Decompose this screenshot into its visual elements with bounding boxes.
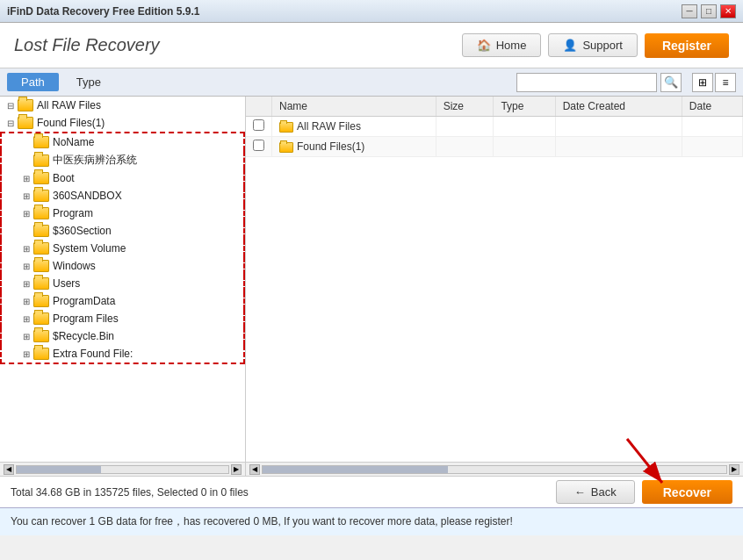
left-scroll-track[interactable] <box>16 465 229 474</box>
tree-expander[interactable]: ⊞ <box>19 171 33 185</box>
support-label: Support <box>582 39 623 52</box>
table-row[interactable]: Found Files(1) <box>246 137 743 157</box>
tree-item-label: NoName <box>53 136 94 148</box>
row-folder-icon <box>279 122 293 133</box>
tree-expander[interactable]: ⊞ <box>19 294 33 308</box>
home-label: Home <box>496 39 527 52</box>
status-buttons: ← Back Recover <box>556 480 732 504</box>
row-size <box>436 117 494 137</box>
folder-icon <box>33 136 49 148</box>
scrollbars-row: ◀ ▶ ◀ ▶ <box>0 462 743 476</box>
close-button[interactable]: ✕ <box>720 4 736 18</box>
folder-icon <box>33 330 49 342</box>
support-button[interactable]: 👤 Support <box>548 33 638 57</box>
scroll-right-arrow[interactable]: ▶ <box>231 464 242 475</box>
list-view-button[interactable]: ≡ <box>715 73 736 92</box>
search-area: 🔍 ⊞ ≡ <box>516 73 736 92</box>
tree-expander[interactable] <box>19 154 33 168</box>
tree-item[interactable]: ⊞ProgramData <box>0 292 245 310</box>
bottom-text: You can recover 1 GB data for free，has r… <box>11 514 513 529</box>
tree-item-label: Windows <box>53 260 96 272</box>
tree-item[interactable]: ⊞Boot <box>0 169 245 187</box>
file-list-panel: Name Size Type Date Created Date All RAW… <box>246 97 743 462</box>
row-date <box>682 137 742 157</box>
folder-icon <box>33 312 49 325</box>
tree-item[interactable]: ⊞Users <box>0 275 245 292</box>
row-type <box>494 137 555 157</box>
home-button[interactable]: 🏠 Home <box>462 33 542 57</box>
folder-icon <box>33 190 49 202</box>
folder-icon <box>33 172 49 184</box>
tree-expander[interactable]: ⊞ <box>19 276 33 291</box>
search-button[interactable]: 🔍 <box>660 73 682 92</box>
tree-item-label: Found Files(1) <box>37 117 105 129</box>
table-row[interactable]: All RAW Files <box>246 117 743 137</box>
tree-expander[interactable]: ⊞ <box>19 347 33 361</box>
tree-expander[interactable]: ⊟ <box>4 116 18 130</box>
file-table: Name Size Type Date Created Date All RAW… <box>246 97 743 157</box>
scroll-left-arrow[interactable]: ◀ <box>4 464 14 475</box>
status-bar: Total 34.68 GB in 135725 files, Selected… <box>0 476 743 507</box>
tree-item[interactable]: ⊞Windows <box>0 257 245 275</box>
tree-item-label: Extra Found File: <box>53 348 133 360</box>
tree-item-label: 360SANDBOX <box>53 190 122 202</box>
tree-expander[interactable] <box>19 135 33 149</box>
tree-expander[interactable]: ⊞ <box>19 329 33 343</box>
tree-item[interactable]: ⊞$Recycle.Bin <box>0 327 245 345</box>
row-name: Found Files(1) <box>272 137 436 157</box>
tree-expander[interactable]: ⊞ <box>19 312 33 326</box>
tree-item[interactable]: ⊟All RAW Files <box>0 97 245 114</box>
tree-item[interactable]: ⊞System Volume <box>0 240 245 257</box>
row-checkbox-cell <box>246 137 272 157</box>
right-scroll-track[interactable] <box>262 465 727 474</box>
tree-item[interactable]: ⊞Extra Found File: <box>0 345 245 364</box>
tree-expander[interactable]: ⊟ <box>4 98 18 112</box>
tree-item-label: Users <box>53 277 80 290</box>
folder-icon <box>33 348 49 360</box>
tree-expander[interactable]: ⊞ <box>19 241 33 255</box>
tree-expander[interactable]: ⊞ <box>19 189 33 203</box>
maximize-button[interactable]: □ <box>701 4 717 18</box>
row-folder-icon <box>279 142 293 153</box>
tree-expander[interactable] <box>19 224 33 238</box>
view-buttons: ⊞ ≡ <box>692 73 736 92</box>
folder-icon <box>33 260 49 272</box>
register-button[interactable]: Register <box>645 33 729 58</box>
left-scrollbar: ◀ ▶ <box>0 463 246 476</box>
row-checkbox[interactable] <box>253 140 264 151</box>
recover-button[interactable]: Recover <box>642 480 732 504</box>
grid-view-button[interactable]: ⊞ <box>692 73 713 92</box>
col-type: Type <box>494 97 555 117</box>
folder-icon <box>18 99 33 111</box>
tab-type[interactable]: Type <box>62 73 115 91</box>
tree-item[interactable]: ⊞Program <box>0 205 245 222</box>
tab-path[interactable]: Path <box>7 73 59 91</box>
minimize-button[interactable]: ─ <box>682 4 697 18</box>
back-button[interactable]: ← Back <box>556 480 635 504</box>
bottom-bar: You can recover 1 GB data for free，has r… <box>0 507 743 535</box>
tree-item[interactable]: ⊞Program Files <box>0 310 245 327</box>
support-icon: 👤 <box>563 39 577 52</box>
folder-icon <box>33 295 49 307</box>
folder-icon <box>33 154 49 167</box>
search-input[interactable] <box>516 73 657 92</box>
tree-item[interactable]: NoName <box>0 132 245 151</box>
tree-expander[interactable]: ⊞ <box>19 206 33 220</box>
row-checkbox[interactable] <box>253 119 264 131</box>
right-scroll-right-arrow[interactable]: ▶ <box>729 464 739 475</box>
row-name: All RAW Files <box>272 117 436 137</box>
file-tree-panel: ⊟All RAW Files⊟Found Files(1)NoName中医疾病辨… <box>0 97 246 462</box>
row-checkbox-cell <box>246 117 272 137</box>
tree-expander[interactable]: ⊞ <box>19 259 33 273</box>
col-date-created: Date Created <box>555 97 682 117</box>
tree-item[interactable]: ⊞360SANDBOX <box>0 187 245 205</box>
col-date: Date <box>682 97 742 117</box>
tree-item-label: $360Section <box>53 225 112 237</box>
right-scroll-left-arrow[interactable]: ◀ <box>249 464 260 475</box>
col-checkbox <box>246 97 272 117</box>
col-size: Size <box>436 97 494 117</box>
app-title: Lost File Recovery <box>14 35 160 55</box>
tree-item[interactable]: $360Section <box>0 222 245 240</box>
tree-item[interactable]: 中医疾病辨治系统 <box>0 151 245 169</box>
tree-item[interactable]: ⊟Found Files(1) <box>0 114 245 132</box>
